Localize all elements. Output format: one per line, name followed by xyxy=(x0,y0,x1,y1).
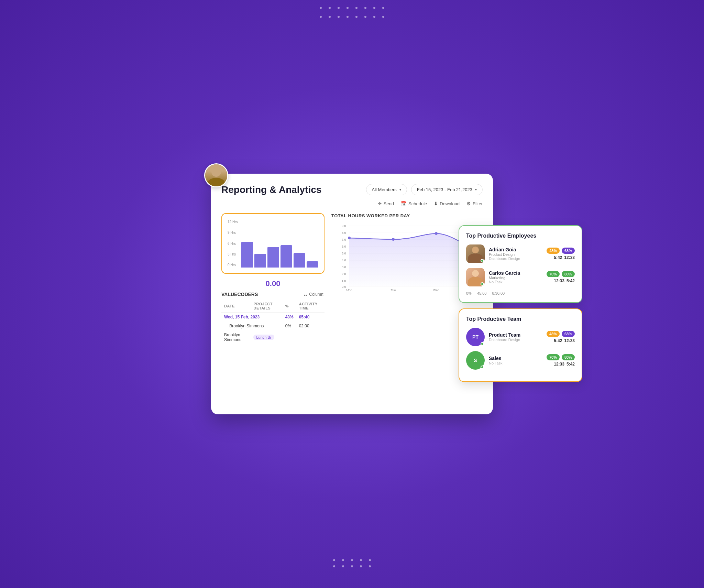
team-avatar-2: S xyxy=(466,351,485,370)
avatar xyxy=(204,163,228,187)
dot-grid-bottom xyxy=(333,559,371,567)
date-range-dropdown[interactable]: Feb 15, 2023 - Feb 21,2023 ▾ xyxy=(411,184,483,195)
content-area: 0 Hrs 3 Hrs 6 Hrs 9 Hrs 12 Hrs xyxy=(221,213,483,344)
download-button[interactable]: ⬇ Download xyxy=(434,201,460,206)
employee-task-1: Dashboard Design xyxy=(489,257,542,261)
badge-purple-t1: 68% xyxy=(562,331,575,337)
y-label-12hrs: 12 Hrs xyxy=(228,220,238,224)
svg-text:1.0: 1.0 xyxy=(342,279,346,283)
stat-time-t2a: 12:33 xyxy=(554,362,564,367)
toolbar: ✈ Send 📅 Schedule ⬇ Download ⚙ Filter xyxy=(221,201,483,206)
table-title: VALUECODERS xyxy=(221,292,258,297)
team-name-1: Product Team xyxy=(489,332,542,338)
svg-text:6.0: 6.0 xyxy=(342,245,346,248)
team-task-2: No Task xyxy=(489,361,542,365)
stat-total: 8:30:00 xyxy=(492,291,505,295)
left-panel: 0 Hrs 3 Hrs 6 Hrs 9 Hrs 12 Hrs xyxy=(221,213,324,344)
lunch-badge: Lunch Br xyxy=(253,335,274,340)
employee-info-2: Carlos Garcia Marketing No Task xyxy=(489,270,542,284)
team-avatar-1: PT xyxy=(466,328,485,346)
badge-orange-1: 48% xyxy=(547,248,560,254)
stat-time-t2b: 5:42 xyxy=(566,362,575,367)
bottom-stats: 0% 45:00 8:30:00 xyxy=(466,291,575,295)
bar-chart-card: 0 Hrs 3 Hrs 6 Hrs 9 Hrs 12 Hrs xyxy=(221,213,324,274)
y-label-9hrs: 9 Hrs xyxy=(228,231,238,235)
online-dot-t1 xyxy=(481,342,484,346)
page-title: Reporting & Analytics xyxy=(221,184,321,195)
employee-role-1: Product Design xyxy=(489,252,542,257)
team-info-2: Sales No Task xyxy=(489,356,542,365)
schedule-button[interactable]: 📅 Schedule xyxy=(401,201,427,206)
col-time: ACTIVITY TIME xyxy=(296,300,324,313)
percent-cell: 0% xyxy=(283,322,296,330)
table-header-row: VALUECODERS ⚏ Column: xyxy=(221,292,324,297)
data-point-3 xyxy=(435,232,438,235)
date-cell: Wed, 15 Feb, 2023 xyxy=(221,313,283,322)
employee-row-1: Adrian Goia Product Design Dashboard Des… xyxy=(466,244,575,263)
stat-time-2a: 12:33 xyxy=(554,279,564,283)
table-section: VALUECODERS ⚏ Column: DATE PROJECT DETAI… xyxy=(221,292,324,344)
svg-text:2.0: 2.0 xyxy=(342,272,346,276)
employee-row-2: Carlos Garcia Marketing No Task 70% 80% … xyxy=(466,268,575,286)
data-point-1 xyxy=(348,237,351,239)
employee-stats-2: 70% 80% 12:33 5:42 xyxy=(547,271,575,283)
members-dropdown[interactable]: All Members ▾ xyxy=(366,184,407,195)
svg-text:Tue: Tue xyxy=(390,288,396,291)
badge-orange-t1: 48% xyxy=(547,331,560,337)
col-date: DATE xyxy=(221,300,251,313)
floating-panels: Top Productive Employees Adrian Goia Pro… xyxy=(459,225,582,382)
send-button[interactable]: ✈ Send xyxy=(378,201,394,206)
top-team-title: Top Productive Team xyxy=(466,316,575,322)
chevron-down-icon: ▾ xyxy=(399,188,401,192)
stat-time-t1a: 5:42 xyxy=(554,338,562,343)
top-employees-panel: Top Productive Employees Adrian Goia Pro… xyxy=(459,225,582,303)
chevron-down-icon: ▾ xyxy=(475,188,477,192)
top-team-panel: Top Productive Team PT Product Team Dash… xyxy=(459,308,582,382)
chart-value: 0.00 xyxy=(221,279,324,288)
member-name: — Brooklyn Simmons xyxy=(221,322,283,330)
online-dot-t2 xyxy=(481,366,484,369)
badge-green-t2: 70% xyxy=(547,354,560,360)
table-row: — Brooklyn Simmons 0% 02:00 xyxy=(221,322,324,330)
stat-time-t1b: 12:33 xyxy=(564,338,575,343)
team-name-2: Sales xyxy=(489,356,542,361)
badge-green-t2b: 80% xyxy=(562,354,575,360)
data-table: DATE PROJECT DETAILS % ACTIVITY TIME Wed… xyxy=(221,300,324,344)
stat-time-1b: 12:33 xyxy=(564,255,575,260)
employee-task-2: No Task xyxy=(489,280,542,284)
table-row: Wed, 15 Feb, 2023 43% 05:40 xyxy=(221,313,324,322)
time-cell: 05:40 xyxy=(296,313,324,322)
svg-text:Wed: Wed xyxy=(433,288,439,291)
employee-name-2: Carlos Garcia xyxy=(489,270,542,276)
team-task-1: Dashboard Design xyxy=(489,338,542,342)
y-label-0hrs: 0 Hrs xyxy=(228,263,238,267)
bar-5 xyxy=(294,253,305,268)
bar-1 xyxy=(241,242,253,268)
filter-button[interactable]: ⚙ Filter xyxy=(466,201,483,206)
online-dot-2 xyxy=(481,282,484,286)
employee-avatar-1 xyxy=(466,244,485,263)
percent-cell: 43% xyxy=(283,313,296,322)
line-chart-title: TOTAL HOURS WORKED PER DAY xyxy=(331,213,483,218)
chart-area-fill xyxy=(349,233,469,286)
svg-text:3.0: 3.0 xyxy=(342,265,346,269)
employee-avatar-2 xyxy=(466,268,485,286)
badge-purple-1: 68% xyxy=(562,248,575,254)
data-point-2 xyxy=(392,238,395,241)
bar-chart-visual: 0 Hrs 3 Hrs 6 Hrs 9 Hrs 12 Hrs xyxy=(228,219,318,268)
filter-icon: ⚙ xyxy=(466,201,471,206)
y-label-3hrs: 3 Hrs xyxy=(228,252,238,256)
online-dot xyxy=(481,259,484,262)
bar-4 xyxy=(280,245,292,268)
team-info-1: Product Team Dashboard Design xyxy=(489,332,542,342)
y-label-6hrs: 6 Hrs xyxy=(228,242,238,246)
header-controls: All Members ▾ Feb 15, 2023 - Feb 21,2023… xyxy=(366,184,483,195)
column-toggle[interactable]: ⚏ Column: xyxy=(304,292,324,297)
team-stats-2: 70% 80% 12:33 5:42 xyxy=(547,354,575,367)
time-cell: 02:00 xyxy=(296,322,324,330)
svg-text:7.0: 7.0 xyxy=(342,238,346,241)
stat-time-1a: 5:42 xyxy=(554,255,562,260)
bar-6 xyxy=(307,261,318,268)
stat-percent: 0% xyxy=(466,291,472,295)
y-axis-labels: 0 Hrs 3 Hrs 6 Hrs 9 Hrs 12 Hrs xyxy=(228,219,238,268)
